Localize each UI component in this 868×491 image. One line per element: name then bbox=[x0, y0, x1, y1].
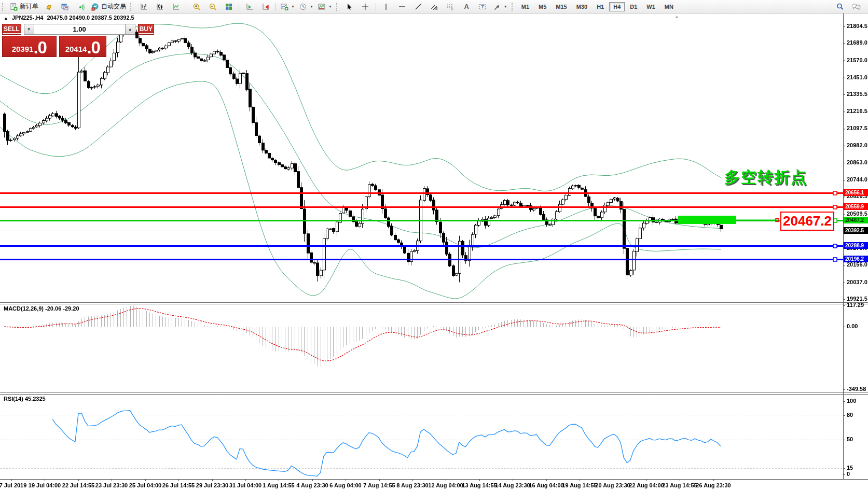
chart-shift-button[interactable] bbox=[257, 1, 273, 12]
macd-indicator-label: MACD(12,26,9) -20.06 -29.20 bbox=[4, 305, 79, 312]
rsi-axis-label: 50 bbox=[847, 436, 853, 442]
volume-input[interactable] bbox=[34, 24, 125, 35]
search-icon bbox=[836, 3, 844, 11]
cursor-icon bbox=[345, 3, 353, 11]
arrows-icon bbox=[493, 3, 501, 11]
time-axis-label: 7 Aug 14:55 bbox=[363, 482, 395, 488]
timeframe-m1-button[interactable]: M1 bbox=[517, 2, 533, 11]
timeframe-m30-button[interactable]: M30 bbox=[572, 2, 591, 11]
rsi-indicator-label: RSI(14) 45.2325 bbox=[4, 396, 46, 402]
timeframe-m5-button[interactable]: M5 bbox=[534, 2, 550, 11]
time-axis-label: 25 Jul 04:00 bbox=[129, 482, 161, 488]
search-button[interactable] bbox=[832, 1, 848, 12]
hline-tool-button[interactable] bbox=[394, 1, 410, 12]
crosshair-tool-button[interactable] bbox=[357, 1, 374, 12]
volume-decrease-button[interactable]: ▼ bbox=[24, 24, 34, 35]
time-axis-label: 19 Jul 04:00 bbox=[29, 482, 61, 488]
timeframe-m15-button[interactable]: M15 bbox=[552, 2, 571, 11]
trendline-icon bbox=[414, 3, 422, 11]
chat-icon bbox=[851, 3, 861, 11]
price-tick-label: 20156.0 bbox=[847, 261, 867, 268]
new-order-label: 新订单 bbox=[20, 2, 38, 11]
price-tick-label: 20037.0 bbox=[847, 279, 867, 285]
buy-button-label: BUY bbox=[139, 25, 154, 34]
time-axis-label: 16 Aug 04:00 bbox=[529, 482, 563, 488]
new-order-icon bbox=[9, 3, 18, 11]
rsi-axis-label: 15 bbox=[847, 465, 853, 471]
text-label-tool-button[interactable]: T bbox=[475, 1, 491, 12]
zoom-in-icon bbox=[192, 3, 201, 11]
chart-shift-icon bbox=[261, 3, 270, 11]
timeframe-h1-button[interactable]: H1 bbox=[593, 2, 608, 11]
rsi-axis-label: 100 bbox=[847, 398, 856, 404]
toolbar-separator bbox=[186, 3, 186, 11]
candle-chart-button[interactable] bbox=[151, 1, 168, 12]
price-tick-label: 20744.0 bbox=[847, 176, 867, 183]
template-button[interactable]: ▼ bbox=[315, 1, 334, 12]
ask-price-pips: .0 bbox=[87, 39, 100, 56]
line-chart-button[interactable] bbox=[168, 1, 184, 12]
new-chart-icon bbox=[280, 3, 288, 11]
price-callout-annotation[interactable]: 20467.2 bbox=[780, 212, 834, 231]
price-line-tag: 20467.2 bbox=[844, 217, 868, 223]
volume-increase-button[interactable]: ▲ bbox=[125, 24, 135, 35]
chat-button[interactable] bbox=[848, 1, 864, 12]
zoom-in-button[interactable] bbox=[188, 1, 204, 12]
auto-scroll-button[interactable] bbox=[241, 1, 257, 12]
main-toolbar: 新订单 自动交易 bbox=[0, 0, 868, 13]
cursor-tool-button[interactable] bbox=[341, 1, 357, 12]
signal-button[interactable] bbox=[73, 1, 89, 12]
time-axis-label: 8 Aug 23:30 bbox=[396, 482, 428, 488]
price-tick-label: 21097.5 bbox=[847, 125, 867, 131]
gold-button[interactable] bbox=[40, 1, 57, 12]
fibonacci-tool-button[interactable]: F bbox=[443, 1, 459, 12]
rsi-axis-label: 80 bbox=[847, 412, 853, 418]
new-chart-button[interactable]: ▼ bbox=[278, 1, 297, 12]
tile-windows-button[interactable] bbox=[221, 1, 237, 12]
market-watch-button[interactable] bbox=[57, 1, 73, 12]
timeframe-d1-button[interactable]: D1 bbox=[626, 2, 641, 11]
price-tick-label: 20982.0 bbox=[847, 142, 867, 148]
autotrading-button[interactable]: 自动交易 bbox=[89, 1, 128, 12]
symbol-period-label: JPN225-,H4 bbox=[12, 15, 44, 21]
price-tick-label: 21570.0 bbox=[847, 57, 867, 63]
time-axis-label: 12 Aug 04:00 bbox=[428, 482, 463, 488]
period-button[interactable]: ▼ bbox=[297, 1, 315, 12]
collapse-marker-icon[interactable]: ▲ bbox=[4, 16, 8, 21]
price-line-tag: 20196.2 bbox=[844, 256, 868, 262]
bid-price-box[interactable]: 20391.0 bbox=[2, 36, 57, 57]
timeframe-mn-button[interactable]: MN bbox=[660, 2, 678, 11]
price-tick-label: 21451.0 bbox=[847, 74, 867, 80]
svg-text:F: F bbox=[451, 7, 453, 11]
text-tool-button[interactable]: A bbox=[459, 1, 475, 12]
sell-button[interactable]: SELL bbox=[2, 24, 21, 35]
time-axis-label: 4 Aug 23:30 bbox=[296, 482, 328, 488]
timeframe-h4-button[interactable]: H4 bbox=[609, 2, 625, 11]
candle-chart-icon bbox=[156, 3, 164, 11]
macd-axis-label: 117.29 bbox=[847, 302, 864, 308]
new-order-button[interactable]: 新订单 bbox=[7, 1, 40, 12]
horizontal-line-icon bbox=[398, 3, 406, 11]
price-line-tag: 20288.9 bbox=[844, 242, 868, 249]
chart-area[interactable] bbox=[0, 0, 868, 491]
channel-tool-button[interactable]: E bbox=[426, 1, 443, 12]
fibonacci-icon: F bbox=[446, 3, 454, 11]
zoom-out-button[interactable] bbox=[204, 1, 221, 12]
autotrading-label: 自动交易 bbox=[101, 2, 126, 11]
time-axis-label: 19 Aug 14:55 bbox=[562, 482, 597, 488]
arrows-tool-button[interactable]: ▼ bbox=[491, 1, 509, 12]
time-axis-label: 22 Aug 04:00 bbox=[629, 482, 664, 488]
toolbar-grip bbox=[512, 3, 515, 11]
current-price-tag: 20392.5 bbox=[844, 227, 868, 234]
buy-button[interactable]: BUY bbox=[138, 24, 154, 35]
timeframe-w1-button[interactable]: W1 bbox=[642, 2, 659, 11]
turning-point-annotation[interactable]: 多空转折点 bbox=[724, 167, 807, 188]
trendline-tool-button[interactable] bbox=[410, 1, 426, 12]
line-chart-icon bbox=[172, 3, 180, 11]
bar-chart-button[interactable] bbox=[135, 1, 151, 12]
price-tick-label: 20509.5 bbox=[847, 211, 867, 217]
vline-tool-button[interactable] bbox=[378, 1, 394, 12]
time-axis-label: 1 Aug 14:55 bbox=[263, 482, 294, 488]
price-tick-label: 19921.5 bbox=[847, 296, 867, 302]
ask-price-box[interactable]: 20414.0 bbox=[59, 36, 106, 57]
